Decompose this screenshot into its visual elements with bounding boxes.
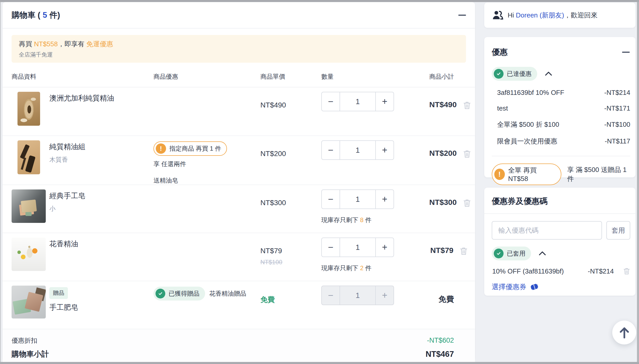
applied-promotions-list: 3af811639bf 10% OFF -NT$214 test -NT$171… [492, 85, 630, 150]
promo-cell [153, 92, 260, 135]
coupon-title: 優惠券及優惠碼 [484, 188, 635, 214]
item-subtotal: NT$490 [429, 100, 457, 109]
promo-text: 享 任選兩件 [153, 160, 186, 168]
window-left-edge [0, 0, 1, 364]
qty-increase-button: + [375, 286, 394, 305]
unit-price: NT$79 [260, 247, 321, 255]
coupon-collapse-chevron[interactable] [538, 250, 547, 257]
choose-coupon-link[interactable]: 選擇優惠券 [492, 282, 630, 292]
horizontal-scrollbar[interactable] [0, 362, 639, 364]
col-header-product: 商品資料 [12, 72, 153, 81]
qty-decrease-button[interactable]: − [322, 92, 340, 111]
cart-title: 購物車 ( 5 件) [12, 10, 60, 21]
qty-increase-button[interactable]: + [375, 92, 394, 111]
qty-value[interactable]: 1 [340, 141, 375, 159]
remove-item-button[interactable] [463, 101, 471, 110]
product-image-slot [12, 92, 46, 135]
promo-badge-label: 指定商品 再買 1 件 [169, 144, 221, 153]
cart-subtotal-value: NT$467 [426, 350, 454, 359]
cart-rows: 澳洲尤加利純質精油 NT$490 − 1 + NT$490 純質精油組 [3, 87, 475, 329]
apply-coupon-button[interactable]: 套用 [606, 221, 630, 240]
promo-cell: 已獲得贈品 花香精油贈品 [153, 286, 260, 329]
table-row: 澳洲尤加利純質精油 NT$490 − 1 + NT$490 [3, 87, 475, 135]
product-cell: 經典手工皂 小 [12, 189, 153, 233]
list-item: test -NT$171 [492, 101, 630, 116]
product-image[interactable] [17, 140, 40, 174]
divider [492, 156, 630, 156]
item-subtotal: NT$200 [429, 149, 457, 158]
minus-icon [622, 52, 630, 53]
banner-text: 再買 [19, 40, 34, 48]
promo-cell [153, 238, 260, 281]
product-image[interactable] [12, 238, 46, 271]
remove-item-button[interactable] [460, 247, 468, 256]
product-image[interactable] [12, 189, 46, 223]
coupon-applied-label: 已套用 [507, 249, 525, 258]
unit-price: NT$200 [260, 140, 321, 185]
promo-cell: ! 指定商品 再買 1 件 享 任選兩件 送精油皂 [153, 140, 260, 185]
promotion-value: -NT$214 [604, 89, 630, 97]
applied-coupon-row: 10% OFF (3af811639bf) -NT$214 [492, 267, 630, 275]
stock-warning: 現庫存只剩下 8 件 [321, 216, 429, 224]
coupon-applied-badge: 已套用 [492, 247, 531, 260]
product-image-slot [12, 189, 46, 233]
promo-collapse-chevron[interactable] [544, 71, 553, 77]
unit-price: NT$300 [260, 189, 321, 233]
qty-increase-button[interactable]: + [375, 190, 394, 208]
table-row: 經典手工皂 小 NT$300 − 1 + 現庫存只剩下 8 件 NT$300 [3, 185, 475, 233]
product-name[interactable]: 澳洲尤加利純質精油 [49, 93, 114, 103]
promotions-collapse-button[interactable] [622, 48, 630, 57]
qty-increase-button[interactable]: + [375, 141, 394, 159]
cart-summary: 優惠折扣 -NT$602 購物車小計 NT$467 [3, 329, 475, 364]
member-name-link[interactable]: Doreen (新朋友) [516, 11, 564, 19]
promotion-name: 全單滿 $500 折 $100 [497, 120, 559, 129]
vertical-scrollbar[interactable] [637, 0, 639, 364]
discount-label: 優惠折扣 [12, 336, 37, 345]
product-name[interactable]: 手工肥皂 [49, 303, 78, 312]
product-name[interactable]: 純質精油組 [49, 142, 85, 152]
qty-cell: − 1 + 現庫存只剩下 2 件 [321, 238, 429, 281]
remove-coupon-button[interactable] [623, 267, 630, 275]
item-subtotal-free: 免費 [439, 294, 454, 305]
coupon-code-input[interactable] [492, 221, 602, 240]
cart-collapse-button[interactable] [458, 11, 467, 20]
member-icon [492, 10, 503, 20]
qty-value[interactable]: 1 [340, 190, 375, 208]
gift-earned-badge: 已獲得贈品 [153, 287, 205, 301]
qty-value[interactable]: 1 [340, 92, 375, 111]
table-row: 純質精油組 木質香 ! 指定商品 再買 1 件 享 任選兩件 送精油皂 NT$2… [3, 135, 475, 185]
scroll-to-top-button[interactable] [612, 321, 636, 344]
qty-decrease-button[interactable]: − [322, 141, 340, 159]
qty-value[interactable]: 1 [340, 238, 375, 257]
gift-promo-text: 花香精油贈品 [209, 289, 246, 298]
unit-price-cell: 免費 [260, 286, 321, 329]
promotions-title: 優惠 [492, 47, 508, 58]
product-image[interactable] [12, 286, 46, 318]
product-cell: 花香精油 [12, 238, 153, 281]
qty-increase-button[interactable]: + [375, 238, 394, 257]
col-header-unit-price: 商品單價 [260, 72, 321, 81]
remove-item-button[interactable] [463, 198, 471, 208]
product-image-slot [12, 238, 46, 281]
upsell-badge: ! 全單 再買 NT$58 [492, 163, 561, 185]
qty-decrease-button[interactable]: − [322, 190, 340, 208]
qty-value: 1 [340, 286, 375, 305]
greeting-text: Hi Doreen (新朋友)，歡迎回來 [508, 11, 598, 20]
quantity-stepper: − 1 + [321, 189, 394, 209]
product-cell: 純質精油組 木質香 [12, 140, 153, 185]
member-greeting-card: Hi Doreen (新朋友)，歡迎回來 [484, 3, 635, 28]
quantity-stepper-disabled: − 1 + [321, 286, 394, 305]
product-name[interactable]: 經典手工皂 [49, 191, 85, 201]
qty-decrease-button[interactable]: − [322, 238, 340, 257]
coupon-name: 10% OFF (3af811639bf) [492, 267, 564, 275]
product-name[interactable]: 花香精油 [49, 239, 78, 249]
stock-warning: 現庫存只剩下 2 件 [321, 264, 429, 272]
cart-subtotal-label: 購物車小計 [12, 349, 49, 359]
quantity-stepper: − 1 + [321, 140, 394, 160]
product-image[interactable] [17, 92, 40, 126]
stock-count: 8 [360, 216, 363, 223]
remove-item-button[interactable] [463, 149, 471, 159]
unit-price: NT$490 [260, 92, 321, 135]
qty-cell: − 1 + [321, 286, 429, 329]
quantity-stepper: − 1 + [321, 92, 394, 111]
